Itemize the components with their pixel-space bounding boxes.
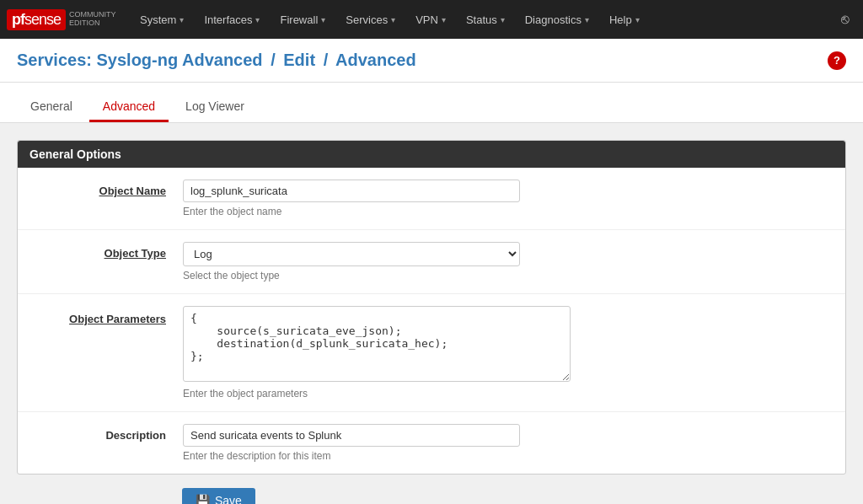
form-row-object-type: Object Type Log Source Destination Filte… [18,230,845,294]
form-row-description: Description Enter the description for th… [18,412,845,474]
help-object-type: Select the object type [183,270,832,281]
help-description: Enter the description for this item [183,450,832,462]
nav-right: ⎋ [834,8,856,30]
nav-caret-vpn: ▾ [442,15,446,24]
label-link-object-name[interactable]: Object Name [99,185,166,197]
nav-link-system[interactable]: System ▾ [130,0,194,39]
page-header: Services: Syslog-ng Advanced / Edit / Ad… [0,39,863,83]
form-section-general-options: General Options Object Name Enter the ob… [17,140,846,475]
save-button[interactable]: 💾 Save [182,488,255,504]
breadcrumb-advanced: Advanced [335,51,416,69]
select-object-type[interactable]: Log Source Destination Filter Parser Rew… [183,242,520,266]
control-wrap-object-name: Enter the object name [183,180,832,217]
nav-link-help[interactable]: Help ▾ [599,0,650,39]
navbar: pfsense COMMUNITY EDITION System ▾ Inter… [0,0,863,39]
control-wrap-description: Enter the description for this item [183,424,832,462]
control-wrap-object-type: Log Source Destination Filter Parser Rew… [183,242,832,281]
label-link-object-type[interactable]: Object Type [105,247,166,260]
input-description[interactable] [183,424,520,447]
nav-caret-firewall: ▾ [321,15,325,24]
textarea-object-parameters[interactable] [183,306,571,382]
brand-sense: sense [24,11,61,28]
nav-item-status: Status ▾ [456,0,515,39]
help-icon-button[interactable]: ? [828,51,846,70]
form-row-object-name: Object Name Enter the object name [18,168,845,230]
nav-item-interfaces: Interfaces ▾ [194,0,270,39]
control-wrap-object-parameters: Enter the object parameters [183,306,832,399]
nav-caret-diagnostics: ▾ [585,15,589,24]
tab-general[interactable]: General [17,93,86,122]
nav-link-status[interactable]: Status ▾ [456,0,515,39]
nav-item-firewall: Firewall ▾ [270,0,335,39]
tabs-bar: General Advanced Log Viewer [0,83,863,123]
breadcrumb-sep1: / [271,51,276,69]
breadcrumb-edit: Edit [283,51,315,69]
nav-item-services: Services ▾ [335,0,405,39]
section-header: General Options [18,141,845,168]
brand-edition: COMMUNITY EDITION [69,11,120,28]
nav-caret-services: ▾ [391,15,395,24]
nav-caret-interfaces: ▾ [255,15,260,24]
label-object-type: Object Type [31,242,183,260]
input-object-name[interactable] [183,180,520,202]
nav-item-system: System ▾ [130,0,194,39]
label-link-object-parameters[interactable]: Object Parameters [69,313,166,325]
breadcrumb-services: Services: Syslog-ng Advanced [17,51,263,69]
tab-log-viewer[interactable]: Log Viewer [172,93,258,122]
brand-logo-link[interactable]: pfsense COMMUNITY EDITION [7,9,120,30]
nav-caret-help: ▾ [635,15,640,24]
label-object-name: Object Name [31,180,183,197]
label-description: Description [31,424,183,442]
brand-pf: pf [12,11,24,28]
nav-caret-system: ▾ [180,15,184,24]
nav-item-diagnostics: Diagnostics ▾ [515,0,599,39]
tab-advanced[interactable]: Advanced [89,93,169,122]
nav-link-services[interactable]: Services ▾ [335,0,405,39]
logout-button[interactable]: ⎋ [834,8,856,30]
label-object-parameters: Object Parameters [31,306,183,325]
nav-item-vpn: VPN ▾ [405,0,456,39]
help-object-name: Enter the object name [183,206,832,217]
nav-item-help: Help ▾ [599,0,650,39]
save-icon: 💾 [196,494,210,504]
brand-logo: pfsense [7,9,66,30]
nav-link-firewall[interactable]: Firewall ▾ [270,0,335,39]
nav-link-diagnostics[interactable]: Diagnostics ▾ [515,0,599,39]
nav-caret-status: ▾ [501,15,505,24]
breadcrumb-sep2: / [324,51,329,69]
help-object-parameters: Enter the object parameters [183,388,832,399]
nav-link-vpn[interactable]: VPN ▾ [405,0,456,39]
content-area: General Options Object Name Enter the ob… [0,123,863,504]
save-label: Save [215,494,242,504]
nav-link-interfaces[interactable]: Interfaces ▾ [194,0,270,39]
nav-menu: System ▾ Interfaces ▾ Firewall ▾ Service… [130,0,834,39]
form-row-object-parameters: Object Parameters Enter the object param… [18,294,845,412]
page-title: Services: Syslog-ng Advanced / Edit / Ad… [17,51,416,70]
